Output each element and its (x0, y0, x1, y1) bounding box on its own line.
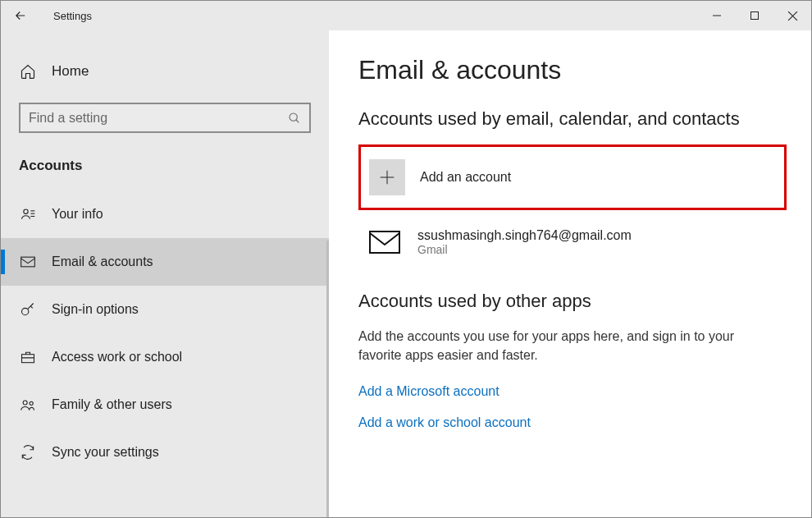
svg-point-14 (30, 401, 33, 405)
svg-point-6 (24, 209, 28, 213)
nav-email-accounts[interactable]: Email & accounts (1, 238, 329, 286)
plus-icon (378, 168, 396, 186)
nav-label: Access work or school (52, 350, 182, 364)
arrow-left-icon (13, 8, 28, 23)
nav-signin-options[interactable]: Sign-in options (1, 286, 329, 333)
account-email: ssushmasingh.singh764@gmail.com (417, 228, 632, 243)
svg-point-13 (23, 401, 27, 405)
svg-rect-17 (370, 231, 399, 253)
section-header: Accounts (1, 151, 329, 190)
nav-your-info[interactable]: Your info (1, 190, 329, 238)
plus-tile (369, 159, 405, 195)
svg-line-5 (296, 120, 299, 122)
nav-label: Sync your settings (52, 445, 159, 460)
titlebar: Settings (1, 1, 811, 30)
account-item[interactable]: ssushmasingh.singh764@gmail.com Gmail (358, 223, 787, 261)
main-panel: Email & accounts Accounts used by email,… (329, 30, 811, 517)
page-title: Email & accounts (358, 55, 787, 85)
home-nav[interactable]: Home (1, 55, 329, 88)
active-indicator (1, 250, 5, 274)
key-icon (19, 301, 37, 318)
minimize-icon (712, 11, 722, 21)
back-button[interactable] (1, 1, 40, 30)
svg-point-11 (22, 308, 29, 314)
subheading-other-apps: Accounts used by other apps (358, 291, 787, 312)
scrollbar[interactable] (326, 241, 329, 517)
sidebar: Home Accounts Your info (1, 30, 329, 517)
add-account-label: Add an account (420, 170, 511, 185)
nav-list: Your info Email & accounts Sign-in optio… (1, 190, 329, 476)
close-button[interactable] (773, 1, 811, 30)
nav-access-work[interactable]: Access work or school (1, 333, 329, 381)
nav-label: Family & other users (52, 397, 172, 412)
home-icon (19, 63, 37, 80)
subheading-email: Accounts used by email, calendar, and co… (358, 108, 787, 130)
svg-rect-1 (751, 12, 759, 20)
mail-icon (19, 254, 37, 270)
user-icon (19, 206, 37, 222)
svg-rect-12 (22, 355, 34, 363)
sync-icon (19, 444, 37, 461)
nav-sync-settings[interactable]: Sync your settings (1, 429, 329, 476)
add-work-school-account-link[interactable]: Add a work or school account (358, 415, 787, 430)
account-info: ssushmasingh.singh764@gmail.com Gmail (417, 228, 632, 256)
svg-point-4 (290, 113, 297, 121)
people-icon (19, 397, 37, 413)
briefcase-icon (19, 349, 37, 365)
add-account-button[interactable]: Add an account (358, 144, 787, 210)
add-microsoft-account-link[interactable]: Add a Microsoft account (358, 384, 787, 399)
close-icon (787, 11, 798, 21)
account-provider: Gmail (417, 243, 632, 256)
maximize-icon (750, 11, 760, 21)
search-input[interactable] (29, 111, 288, 126)
home-label: Home (52, 63, 89, 80)
search-container (19, 103, 311, 133)
maximize-button[interactable] (736, 1, 773, 30)
content-area: Home Accounts Your info (1, 30, 811, 517)
envelope-icon (367, 229, 403, 255)
search-box[interactable] (19, 103, 311, 133)
settings-window: Settings Home (0, 0, 812, 518)
nav-label: Your info (52, 207, 103, 222)
search-icon (288, 112, 301, 125)
minimize-button[interactable] (698, 1, 736, 30)
nav-label: Email & accounts (52, 254, 153, 269)
window-controls (698, 1, 811, 30)
nav-label: Sign-in options (52, 302, 139, 317)
svg-rect-10 (21, 257, 35, 267)
window-title: Settings (53, 10, 92, 22)
nav-family-users[interactable]: Family & other users (1, 381, 329, 429)
other-apps-description: Add the accounts you use for your apps h… (358, 327, 777, 364)
